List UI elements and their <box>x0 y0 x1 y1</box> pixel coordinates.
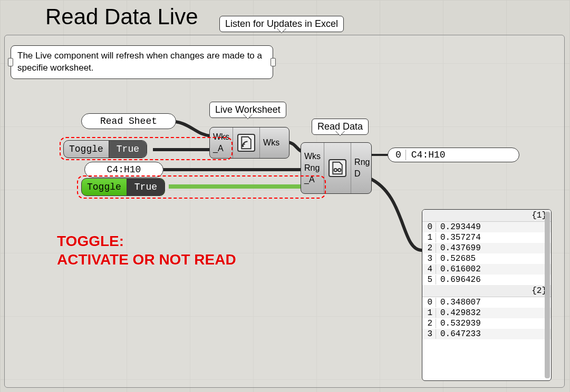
outputs-col: Wks <box>259 128 283 158</box>
svg-point-1 <box>334 169 337 172</box>
out-idx: 0 <box>391 150 406 160</box>
data-row-value: 0.429832 <box>436 308 481 318</box>
data-row-index: 1 <box>422 308 436 318</box>
scrollbar[interactable] <box>545 212 550 378</box>
data-row: 10.357274 <box>422 232 551 243</box>
svg-point-0 <box>242 145 244 147</box>
grip-icon <box>8 58 13 66</box>
input-rng[interactable]: Rng <box>304 162 321 174</box>
description-text: The Live component will refresh when cha… <box>17 51 262 73</box>
output-rng[interactable]: Rng <box>354 156 370 168</box>
read-sheet-panel[interactable]: Read Sheet <box>81 113 176 129</box>
tag-text: Live Worksheet <box>215 104 281 115</box>
data-row: 20.532939 <box>422 318 551 329</box>
outputs-col: Rng D <box>351 143 373 193</box>
canvas-title: Read Data Live <box>45 4 198 30</box>
data-row: 30.647233 <box>422 329 551 339</box>
range-text: C4:H10 <box>107 164 141 175</box>
data-row: 10.429832 <box>422 308 551 318</box>
rss-sheet-icon <box>237 134 255 152</box>
glasses-sheet-icon <box>329 159 346 177</box>
output-range-panel[interactable]: 0 C4:H10 <box>388 148 519 162</box>
data-row-index: 0 <box>422 298 436 307</box>
data-row-index: 4 <box>422 264 436 274</box>
data-row-value: 0.52685 <box>436 254 476 263</box>
read-sheet-text: Read Sheet <box>100 116 157 126</box>
svg-point-2 <box>338 169 341 172</box>
group-label-text: Listen for Updates in Excel <box>225 18 338 29</box>
data-row-value: 0.357274 <box>436 233 481 242</box>
data-row-value: 0.696426 <box>436 275 481 285</box>
data-row: 20.437699 <box>422 243 551 253</box>
data-row-value: 0.647233 <box>436 329 481 339</box>
data-row-index: 3 <box>422 329 436 339</box>
data-row: 40.616002 <box>422 264 551 275</box>
data-path-header: {1} <box>422 210 551 222</box>
data-path-header: {2} <box>422 285 551 297</box>
data-row-value: 0.437699 <box>436 243 481 253</box>
out-val: C4:H10 <box>406 150 446 160</box>
data-row: 30.52685 <box>422 253 551 264</box>
data-output-panel[interactable]: {1}00.29344910.35727420.43769930.5268540… <box>422 209 552 381</box>
input-wks[interactable]: Wks <box>304 151 321 162</box>
tag-text: Read Data <box>317 121 363 132</box>
data-row-index: 5 <box>422 275 436 285</box>
data-row-index: 2 <box>422 319 436 328</box>
component-icon-cell <box>324 143 351 193</box>
data-row-index: 3 <box>422 254 436 263</box>
live-worksheet-tag[interactable]: Live Worksheet <box>209 102 286 118</box>
highlight-box <box>60 137 233 160</box>
data-row-index: 1 <box>422 233 436 242</box>
data-row: 00.348007 <box>422 297 551 308</box>
data-row-value: 0.348007 <box>436 298 481 307</box>
component-icon-cell <box>233 128 259 158</box>
group-label-tag[interactable]: Listen for Updates in Excel <box>219 16 344 32</box>
read-data-tag[interactable]: Read Data <box>312 119 369 135</box>
grip-icon <box>270 58 276 66</box>
data-row-value: 0.293449 <box>436 222 481 232</box>
data-row-value: 0.616002 <box>436 264 481 274</box>
output-d[interactable]: D <box>354 168 370 180</box>
data-row-index: 2 <box>422 243 436 253</box>
highlight-box <box>77 175 326 199</box>
data-row: 00.293449 <box>422 222 551 232</box>
annotation-text: TOGGLE: ACTIVATE OR NOT READ <box>57 232 236 269</box>
data-row: 50.696426 <box>422 275 551 285</box>
output-wks[interactable]: Wks <box>263 137 279 149</box>
data-row-index: 0 <box>422 222 436 232</box>
data-row-value: 0.532939 <box>436 319 481 328</box>
description-scribble[interactable]: The Live component will refresh when cha… <box>11 45 273 79</box>
